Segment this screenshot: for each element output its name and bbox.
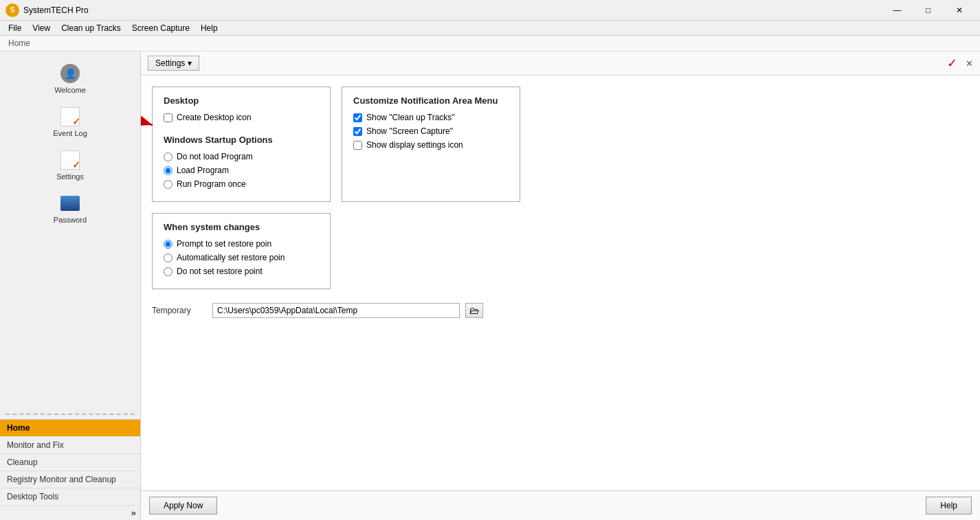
startup-panel-title: Windows Startup Options [164,135,319,145]
notify-label-0: Show "Clean up Tracks" [366,113,455,122]
breadcrumb: Home [0,36,980,52]
notify-label-2: Show display settings icon [366,140,463,150]
sidebar: 👤 Welcome Event Log Settings [0,52,141,520]
notify-item-1: Show "Screen Capture" [353,126,509,136]
toolbar-check-icon[interactable]: ✓ [947,56,957,71]
minimize-button[interactable]: — [882,0,913,21]
nav-expand-button[interactable]: » [0,506,140,520]
settings-icon [59,149,81,171]
eventlog-label: Event Log [53,129,87,137]
apply-now-button[interactable]: Apply Now [149,497,217,515]
radio-dont-load: Do not load Program [164,152,319,161]
help-button[interactable]: Help [926,497,972,515]
window-controls: — □ ✕ [882,0,975,21]
eventlog-icon [59,106,81,128]
create-desktop-icon-checkbox[interactable] [164,113,172,122]
nav-registry[interactable]: Registry Monitor and Cleanup [0,471,140,488]
menu-view[interactable]: View [27,22,56,34]
sidebar-item-eventlog[interactable]: Event Log [0,102,140,142]
notify-item-0: Show "Clean up Tracks" [353,113,509,122]
radio-prompt-input[interactable] [164,240,172,249]
settings-area: Desktop Create Desktop icon [141,76,980,490]
sidebar-item-welcome[interactable]: 👤 Welcome [0,58,140,98]
sidebar-item-password[interactable]: Password [0,188,140,228]
notify-item-2: Show display settings icon [353,140,509,150]
browse-icon: 🗁 [469,305,479,316]
radio-auto-input[interactable] [164,253,172,262]
radio-load-label: Load Program [177,166,229,175]
restore-panel-title: When system changes [164,222,319,232]
temp-label: Temporary [152,306,207,315]
radio-load: Load Program [164,166,319,175]
app-logo: S [5,3,19,17]
sidebar-icons: 👤 Welcome Event Log Settings [0,52,140,409]
main-content: Settings ▾ ✓ ✕ Desktop Create Desktop i [141,52,980,520]
radio-run-once-input[interactable] [164,180,172,189]
sidebar-item-settings[interactable]: Settings [0,145,140,185]
temporary-row: Temporary 🗁 [152,303,969,318]
password-icon [59,192,81,214]
browse-button[interactable]: 🗁 [465,303,483,318]
notify-checkbox-1[interactable] [353,127,362,136]
menu-screen-capture[interactable]: Screen Capture [126,22,195,34]
welcome-label: Welcome [54,86,86,94]
red-arrow-annotation [141,104,159,146]
radio-auto: Automatically set restore poin [164,253,319,262]
menu-file[interactable]: File [3,22,27,34]
settings-btn-label: Settings [155,58,185,68]
radio-run-once: Run Program once [164,179,319,189]
radio-dont-load-input[interactable] [164,152,172,161]
menu-help[interactable]: Help [195,22,223,34]
radio-prompt-label: Prompt to set restore poin [177,239,271,249]
radio-dont-load-label: Do not load Program [177,152,253,161]
notify-panel-title: Customize Notification Area Menu [353,95,509,106]
dropdown-arrow-icon: ▾ [188,58,192,68]
password-label: Password [54,216,87,224]
notify-label-1: Show "Screen Capture" [366,126,453,136]
toolbar: Settings ▾ ✓ ✕ [141,52,980,76]
create-desktop-icon-row: Create Desktop icon [164,113,319,122]
settings-dropdown-button[interactable]: Settings ▾ [148,56,199,71]
bottom-bar: Apply Now Help [141,490,980,520]
nav-monitor-fix[interactable]: Monitor and Fix [0,437,140,454]
welcome-icon: 👤 [59,63,81,84]
radio-load-input[interactable] [164,166,172,175]
maximize-button[interactable]: □ [913,0,944,21]
radio-prompt: Prompt to set restore poin [164,239,319,249]
toolbar-close-icon[interactable]: ✕ [966,58,973,69]
desktop-panel: Desktop Create Desktop icon [152,87,331,202]
app-body: Home 👤 Welcome Event Log [0,36,980,520]
sidebar-divider [5,414,135,415]
content-area: 👤 Welcome Event Log Settings [0,52,980,520]
menu-cleanup-tracks[interactable]: Clean up Tracks [56,22,126,34]
app-title: SystemTECH Pro [23,5,882,15]
notify-panel: Customize Notification Area Menu Show "C… [342,87,520,202]
settings-label: Settings [56,172,84,181]
create-desktop-icon-label: Create Desktop icon [177,113,252,122]
notify-checkbox-2[interactable] [353,141,362,150]
temp-path-input[interactable] [212,303,460,318]
restore-panel: When system changes Prompt to set restor… [152,213,331,289]
notify-checkbox-0[interactable] [353,113,362,122]
title-bar: S SystemTECH Pro — □ ✕ [0,0,980,21]
panels-row-1: Desktop Create Desktop icon [152,87,969,202]
nav-cleanup[interactable]: Cleanup [0,454,140,471]
desktop-panel-title: Desktop [164,95,319,106]
menu-bar: File View Clean up Tracks Screen Capture… [0,21,980,36]
radio-no-restore-input[interactable] [164,267,172,276]
radio-no-restore-label: Do not set restore point [177,267,263,276]
nav-desktop-tools[interactable]: Desktop Tools [0,488,140,506]
expand-icon: » [131,508,136,518]
radio-auto-label: Automatically set restore poin [177,253,285,262]
sidebar-nav: Home Monitor and Fix Cleanup Registry Mo… [0,419,140,520]
panels-row-2: When system changes Prompt to set restor… [152,213,969,289]
radio-no-restore: Do not set restore point [164,267,319,276]
radio-run-once-label: Run Program once [177,179,246,189]
nav-home[interactable]: Home [0,420,140,437]
close-button[interactable]: ✕ [944,0,975,21]
